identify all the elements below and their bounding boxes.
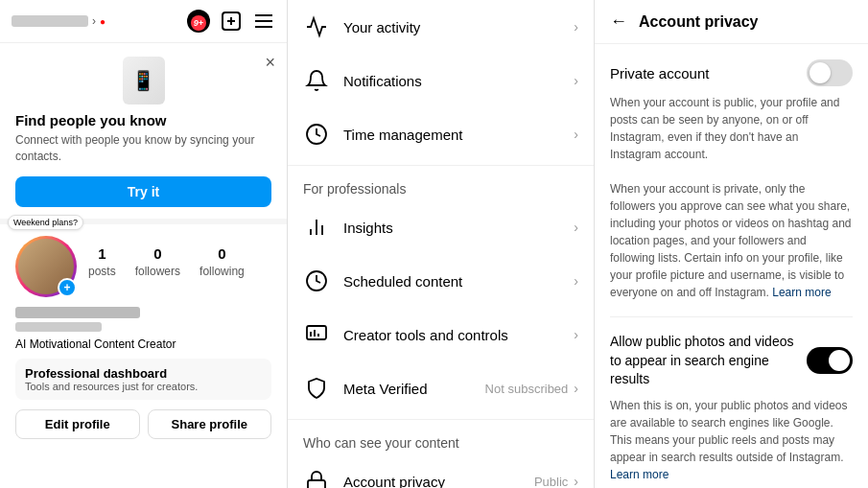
meta-verified-right: Not subscribed › (485, 381, 578, 396)
close-banner-button[interactable]: × (265, 53, 275, 73)
search-engine-item: Allow public photos and videos to appear… (610, 317, 853, 484)
search-engine-desc: When this is on, your public photos and … (610, 397, 853, 483)
not-subscribed-text: Not subscribed (485, 382, 569, 396)
left-header: › ● @ 9+ (0, 0, 287, 43)
following-count: 0 (199, 245, 245, 262)
threads-icon[interactable]: @ 9+ (187, 10, 210, 33)
add-to-story-button[interactable]: + (58, 278, 77, 297)
meta-verified-label: Meta Verified (343, 381, 485, 397)
creator-tools-icon (303, 321, 330, 348)
activity-icon (303, 13, 330, 40)
try-it-button[interactable]: Try it (15, 176, 271, 207)
divider2 (288, 419, 594, 420)
posts-label: posts (88, 265, 116, 278)
right-panel-title: Account privacy (639, 13, 758, 31)
private-account-desc2: When your account is private, only the f… (610, 180, 853, 301)
left-panel: › ● @ 9+ × 📱 Find people you know Connec… (0, 0, 288, 488)
public-text: Public (534, 475, 568, 489)
chevron-icon: › (574, 273, 578, 289)
find-people-banner: × 📱 Find people you know Connect with pe… (0, 43, 287, 224)
header-icons: @ 9+ (187, 10, 275, 33)
account-privacy-label: Account privacy (343, 474, 534, 489)
avatar-wrapper: Weekend plans? + (15, 236, 77, 297)
scheduled-content-label: Scheduled content (343, 273, 574, 290)
menu-item-meta-verified[interactable]: Meta Verified Not subscribed › (288, 361, 594, 415)
add-icon[interactable] (220, 10, 243, 33)
private-account-item: Private account When your account is pub… (610, 44, 853, 317)
menu-icon[interactable] (252, 10, 275, 33)
professional-dashboard[interactable]: Professional dashboard Tools and resourc… (15, 359, 271, 400)
chevron-icon: › (574, 381, 578, 396)
username-blurred (12, 15, 88, 27)
chevron-icon: › (574, 19, 578, 35)
learn-more-link2[interactable]: Learn more (610, 468, 669, 481)
notifications-label: Notifications (343, 73, 574, 89)
right-panel: ← Account privacy Private account When y… (595, 0, 868, 488)
profile-section: Weekend plans? + 1 posts 0 followers 0 f… (0, 224, 287, 451)
weekend-bubble: Weekend plans? (8, 215, 83, 230)
notification-badge: 9+ (191, 15, 206, 31)
private-account-title: Private account (610, 65, 709, 81)
share-profile-button[interactable]: Share profile (148, 409, 272, 439)
back-button[interactable]: ← (610, 12, 627, 32)
following-stat[interactable]: 0 following (199, 245, 245, 279)
profile-handle-blurred (15, 322, 102, 332)
stats-group: 1 posts 0 followers 0 following (88, 236, 245, 279)
toggle-knob (809, 62, 831, 83)
posts-stat: 1 posts (88, 245, 116, 279)
your-activity-label: Your activity (343, 19, 574, 35)
find-people-desc: Connect with people you know by syncing … (15, 132, 271, 165)
menu-item-account-privacy[interactable]: Account privacy Public › (288, 454, 594, 488)
following-label: following (199, 265, 245, 278)
search-engine-title: Allow public photos and videos to appear… (610, 333, 795, 389)
account-privacy-right: Public › (534, 474, 578, 488)
menu-item-your-activity[interactable]: Your activity › (288, 0, 594, 54)
chevron-icon: › (574, 220, 578, 235)
divider (288, 165, 594, 166)
menu-item-scheduled-content[interactable]: Scheduled content › (288, 254, 594, 308)
clock2-icon (303, 267, 330, 294)
private-account-desc1: When your account is public, your profil… (610, 94, 853, 163)
profile-action-buttons: Edit profile Share profile (15, 409, 271, 439)
profile-stats-row: Weekend plans? + 1 posts 0 followers 0 f… (15, 236, 271, 297)
creator-tools-label: Creator tools and controls (343, 327, 574, 343)
lock-icon (303, 468, 330, 488)
insights-label: Insights (343, 220, 574, 236)
menu-item-insights[interactable]: Insights › (288, 200, 594, 254)
search-engine-header: Allow public photos and videos to appear… (610, 333, 853, 389)
dashboard-title: Professional dashboard (25, 366, 262, 381)
posts-count: 1 (88, 245, 116, 262)
time-management-label: Time management (343, 127, 574, 143)
clock-icon (303, 121, 330, 148)
private-account-toggle[interactable] (807, 59, 853, 86)
right-header: ← Account privacy (595, 0, 868, 44)
menu-item-notifications[interactable]: Notifications › (288, 54, 594, 107)
dashboard-desc: Tools and resources just for creators. (25, 381, 262, 392)
edit-profile-button[interactable]: Edit profile (15, 409, 140, 439)
chevron-icon: › (574, 73, 578, 88)
chevron-icon: › (574, 327, 578, 342)
chevron-icon: › (574, 474, 578, 488)
toggle-knob (829, 350, 850, 371)
bar-chart-icon (303, 214, 330, 241)
bell-icon (303, 67, 330, 94)
red-dot: ● (100, 16, 106, 27)
menu-item-time-management[interactable]: Time management › (288, 107, 594, 161)
profile-bio: AI Motivational Content Creator (15, 337, 271, 351)
for-professionals-header: For professionals (288, 170, 594, 200)
private-account-header: Private account (610, 59, 853, 86)
profile-name-blurred (15, 307, 140, 318)
followers-stat[interactable]: 0 followers (135, 245, 180, 279)
menu-item-creator-tools[interactable]: Creator tools and controls › (288, 308, 594, 361)
phone-icon: 📱 (15, 57, 271, 105)
chevron-icon: › (574, 127, 578, 142)
phone-illustration: 📱 (123, 57, 165, 105)
followers-label: followers (135, 265, 180, 278)
right-content: Private account When your account is pub… (595, 44, 868, 484)
chevron-down-icon[interactable]: › (92, 14, 96, 28)
search-engine-toggle[interactable] (807, 347, 853, 374)
learn-more-link1[interactable]: Learn more (772, 286, 831, 299)
followers-count: 0 (135, 245, 180, 262)
shield-icon (303, 375, 330, 402)
find-people-title: Find people you know (15, 112, 271, 128)
